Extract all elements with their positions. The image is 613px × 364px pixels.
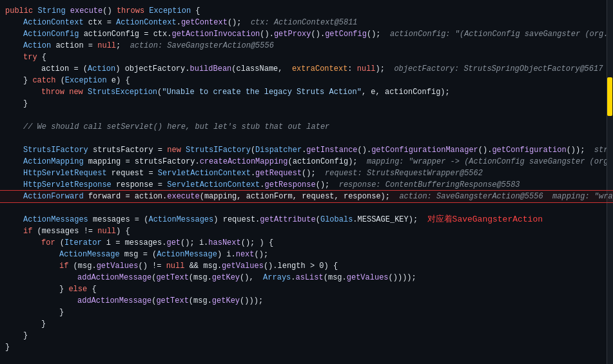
punct: ( <box>60 237 64 249</box>
var: request <box>112 168 149 179</box>
method: getActionInvocation <box>171 28 260 40</box>
comment: // We should call setServlet() here, but… <box>23 121 329 133</box>
scrollbar[interactable] <box>607 0 613 364</box>
punct: = <box>158 144 167 156</box>
punct: ( <box>288 156 293 168</box>
cn-annotation: 对应着SaveGangsterAction <box>427 214 543 225</box>
code-line: } <box>0 341 613 353</box>
punct: ( <box>324 272 328 283</box>
inline-annotation: action: SaveGangsterAction@5556 mapping:… <box>399 191 613 202</box>
punct: } <box>59 283 68 295</box>
punct: (), <box>240 272 263 283</box>
punct: ; <box>116 40 130 52</box>
var: ctx <box>153 28 168 40</box>
punct: = <box>148 168 157 179</box>
code-line: if (msg.getValues() != null && msg.getVa… <box>0 260 613 272</box>
inline-annotation: response: ContentBufferingResponse@5583 <box>339 179 520 191</box>
punct: () != <box>138 260 166 272</box>
var: msg <box>193 295 208 307</box>
punct: . <box>167 28 171 40</box>
punct: ( <box>251 144 255 156</box>
punct: ()))); <box>389 272 426 283</box>
var: request <box>223 214 255 225</box>
scrollbar-thumb[interactable] <box>607 77 612 116</box>
var: forward <box>88 191 126 202</box>
method: addActionMessage <box>77 295 151 307</box>
method: getText <box>156 295 188 307</box>
punct: } <box>23 75 32 86</box>
punct: = ( <box>73 63 88 75</box>
punct: . <box>291 272 295 283</box>
punct: (). <box>260 28 274 40</box>
code-line: addActionMessage(getText(msg.getKey(), A… <box>0 272 613 283</box>
type: ActionContext <box>116 17 177 28</box>
code-line <box>0 202 613 214</box>
punct: , <box>278 63 292 75</box>
code-line <box>0 133 613 144</box>
var: action <box>41 63 73 75</box>
punct: . <box>217 260 222 272</box>
punct: : <box>347 63 356 75</box>
punct: . <box>208 295 212 307</box>
punct: ); <box>348 156 367 168</box>
punct: > <box>310 260 319 272</box>
punct: ()); <box>567 144 594 156</box>
var: strutsFactory <box>135 156 195 168</box>
punct: . <box>255 214 260 225</box>
type: ActionMessages <box>23 214 93 225</box>
inline-annotation: ctx: ActionContext@5811 <box>251 17 358 28</box>
var: request <box>302 191 334 202</box>
var: msg <box>203 260 217 272</box>
punct: ( <box>37 225 42 237</box>
code-line: } <box>0 318 613 330</box>
type: Action <box>88 63 115 75</box>
punct: ) { <box>116 225 130 237</box>
type: String <box>37 5 70 17</box>
inline-annotation: request: StrutsRequestWrapper@5562 <box>325 168 483 179</box>
code-line: } <box>0 98 613 110</box>
punct: ) <box>115 63 124 75</box>
var: actionForm <box>246 191 293 202</box>
punct: . <box>92 260 96 272</box>
punct: . <box>231 249 235 260</box>
punct: ( <box>200 191 204 202</box>
method: getContext <box>181 17 228 28</box>
punct: , <box>237 191 246 202</box>
keyword: else <box>68 283 92 295</box>
var: action <box>135 191 162 202</box>
type: StrutsIFactory <box>23 144 93 156</box>
punct: ); <box>440 86 449 98</box>
code-line: addActionMessage(getText(msg.getKey())); <box>0 295 613 307</box>
code-line: // We should call setServlet() here, but… <box>0 121 613 133</box>
keyword: new <box>167 144 186 156</box>
type: ActionMessage <box>59 249 124 260</box>
keyword: null <box>97 40 116 52</box>
punct: ( <box>189 272 193 283</box>
param: extraContext <box>292 63 347 75</box>
punct: (); <box>255 249 269 260</box>
code-container: public String execute() throws Exception… <box>0 0 613 364</box>
var: i <box>226 249 231 260</box>
method: createActionMapping <box>200 156 288 168</box>
var: ctx <box>88 17 107 28</box>
var: messages <box>42 225 84 237</box>
punct: = <box>115 237 124 249</box>
code-line: } <box>0 307 613 318</box>
code-line: Action action = null; action: SaveGangst… <box>0 40 613 52</box>
method-name: execute <box>70 5 102 17</box>
var: action <box>55 40 88 52</box>
type: ActionMessages <box>148 214 213 225</box>
punct: } <box>23 98 28 110</box>
type: ActionForward <box>23 191 88 202</box>
punct: (). <box>264 260 278 272</box>
inline-annotation: mapping: "wrapper -> (ActionConfig saveG… <box>367 156 613 168</box>
type: HttpServletRequest <box>23 168 112 179</box>
code-line: } <box>0 330 613 341</box>
code-line: ActionConfig actionConfig = ctx.getActio… <box>0 28 613 40</box>
punct: . <box>185 63 190 75</box>
method: getKey <box>212 295 240 307</box>
var: response <box>116 179 158 191</box>
method: getKey <box>212 272 240 283</box>
punct: = <box>158 179 167 191</box>
type: StrutsException <box>88 86 157 98</box>
